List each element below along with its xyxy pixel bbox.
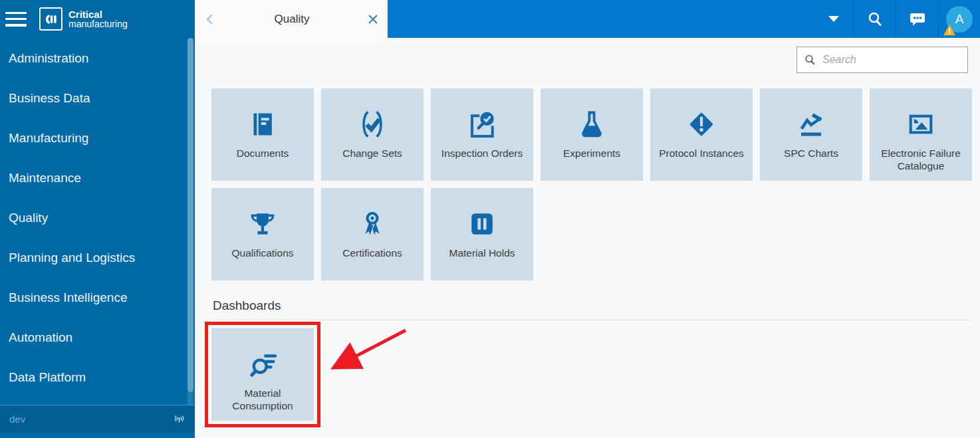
tile-label: SPC Charts (781, 147, 842, 160)
tile-material-consumption[interactable]: Material Consumption (211, 328, 314, 421)
sidebar-nav: Administration Business Data Manufacturi… (0, 39, 187, 397)
sidebar-item-label: Planning and Logistics (9, 251, 135, 265)
search-icon (866, 11, 884, 28)
protocol-instances-icon (685, 108, 717, 140)
open-tabs-dropdown-button[interactable] (814, 0, 853, 38)
main-content: Documents Change Sets Inspection Orders … (195, 38, 980, 438)
chevron-down-icon (828, 16, 839, 22)
topbar: Quality A (195, 0, 980, 38)
sidebar-item-label: Business Data (9, 91, 90, 106)
tile-label: Qualifications (228, 247, 297, 259)
material-consumption-icon (247, 348, 279, 380)
sidebar-header: Critical manufacturing (0, 0, 195, 38)
dashboards-divider (211, 320, 972, 320)
tile-label: Documents (233, 147, 292, 160)
tile-experiments[interactable]: Experiments (541, 88, 643, 181)
tile-change-sets[interactable]: Change Sets (321, 88, 424, 181)
brand-line2: manufacturing (68, 19, 128, 29)
tile-spc-charts[interactable]: SPC Charts (760, 88, 862, 181)
sidebar-item-maintenance[interactable]: Maintenance (0, 158, 187, 198)
page-search[interactable] (796, 47, 968, 73)
tile-label: Certifications (339, 247, 406, 259)
sidebar-item-quality[interactable]: Quality (0, 198, 187, 238)
sidebar-scrollbar[interactable] (187, 38, 193, 431)
hamburger-menu-icon[interactable] (5, 11, 27, 27)
chat-icon (908, 11, 927, 28)
sidebar: Critical manufacturing Administration Bu… (0, 0, 195, 438)
sidebar-item-label: Administration (9, 51, 88, 66)
experiments-icon (576, 108, 608, 140)
tile-label: Experiments (560, 147, 624, 160)
tile-label: Change Sets (339, 147, 406, 160)
certifications-icon (356, 208, 388, 240)
sidebar-item-planning-and-logistics[interactable]: Planning and Logistics (0, 238, 187, 278)
search-icon (804, 53, 816, 66)
tile-protocol-instances[interactable]: Protocol Instances (650, 88, 753, 181)
inspection-orders-icon (466, 108, 498, 140)
sidebar-item-manufacturing[interactable]: Manufacturing (0, 118, 187, 158)
tab-back-chevron-icon[interactable] (204, 13, 216, 26)
sidebar-item-data-platform[interactable]: Data Platform (0, 358, 187, 397)
sidebar-item-business-intelligence[interactable]: Business Intelligence (0, 278, 187, 318)
electronic-failure-catalogue-icon (905, 108, 937, 140)
topbar-actions: A (814, 0, 980, 38)
brand-text: Critical manufacturing (68, 9, 128, 29)
user-menu-button[interactable]: A (939, 0, 980, 38)
sidebar-item-label: Automation (9, 330, 72, 345)
tile-label: Material Holds (445, 247, 518, 259)
sidebar-scrollbar-thumb[interactable] (187, 38, 193, 392)
sidebar-footer: dev (0, 405, 195, 432)
dashboards-tiles: Material Consumption (211, 328, 972, 421)
tile-label: Material Consumption (211, 387, 314, 412)
warning-icon (943, 24, 956, 36)
tile-label: Protocol Instances (656, 147, 747, 160)
tile-documents[interactable]: Documents (211, 88, 314, 181)
spc-charts-icon (795, 108, 827, 140)
tile-label: Inspection Orders (438, 147, 526, 160)
global-search-button[interactable] (854, 0, 896, 38)
messages-button[interactable] (896, 0, 938, 38)
material-holds-icon (466, 208, 498, 240)
sidebar-item-label: Maintenance (9, 171, 81, 185)
sidebar-item-label: Manufacturing (9, 131, 88, 146)
sidebar-item-label: Data Platform (9, 370, 86, 385)
environment-label: dev (9, 413, 25, 425)
quality-tiles-grid: Documents Change Sets Inspection Orders … (211, 88, 979, 280)
tile-electronic-failure-catalogue[interactable]: Electronic Failure Catalogue (870, 88, 972, 181)
tile-certifications[interactable]: Certifications (321, 188, 424, 280)
critical-manufacturing-logo-icon (39, 7, 62, 31)
sidebar-item-automation[interactable]: Automation (0, 318, 187, 358)
sidebar-item-business-data[interactable]: Business Data (0, 78, 187, 118)
sidebar-item-label: Business Intelligence (9, 290, 128, 305)
dashboards-section: Dashboards Material Consumption (211, 298, 972, 421)
change-sets-icon (356, 108, 388, 140)
documents-icon (247, 108, 279, 140)
tile-qualifications[interactable]: Qualifications (211, 188, 314, 280)
tab-close-icon[interactable] (368, 14, 378, 25)
brand-line1: Critical (68, 9, 128, 19)
search-input[interactable] (822, 54, 961, 66)
dashboards-title: Dashboards (213, 298, 972, 313)
tile-label: Electronic Failure Catalogue (870, 147, 972, 172)
sidebar-item-label: Quality (9, 211, 48, 225)
qualifications-icon (247, 208, 279, 240)
tile-inspection-orders[interactable]: Inspection Orders (431, 88, 533, 181)
connectivity-antenna-icon[interactable] (173, 413, 185, 425)
tab-quality[interactable]: Quality (195, 0, 388, 38)
tab-title: Quality (216, 13, 368, 26)
sidebar-item-administration[interactable]: Administration (0, 39, 187, 78)
tile-material-holds[interactable]: Material Holds (431, 188, 533, 280)
